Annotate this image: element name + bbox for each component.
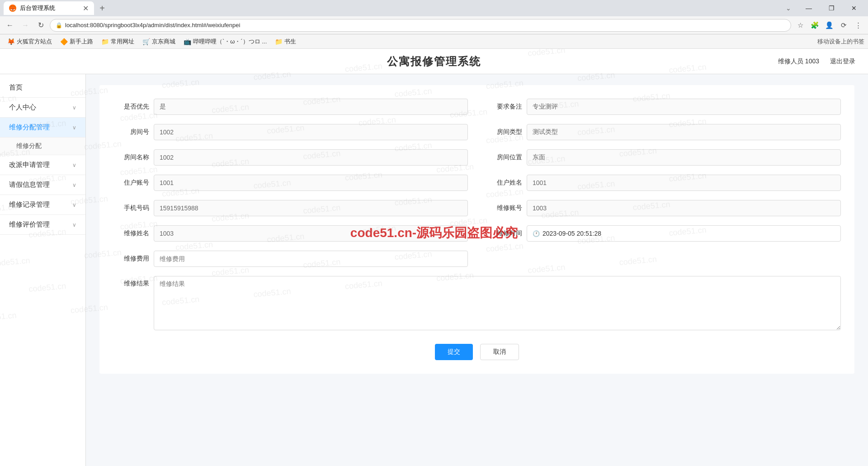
bookmark-common[interactable]: 📁 常用网址 bbox=[98, 37, 138, 47]
sidebar-repair-mgmt-label: 维修分配管理 bbox=[9, 123, 50, 132]
phone-input[interactable] bbox=[154, 200, 468, 216]
bookmark-shu[interactable]: 📁 书生 bbox=[271, 37, 300, 47]
sidebar-sub-item-repair-assign[interactable]: 维修分配 bbox=[0, 138, 85, 155]
form-group-phone: 手机号码 bbox=[113, 200, 468, 216]
sidebar-item-leave[interactable]: 请假信息管理 ∨ bbox=[0, 175, 85, 195]
lock-icon: 🔒 bbox=[56, 22, 62, 29]
form-container: 是否优先 要求备注 房间号 房间类型 bbox=[99, 85, 854, 374]
repair-result-textarea[interactable] bbox=[154, 276, 841, 330]
bookmark-label: 京东商城 bbox=[152, 38, 175, 46]
sidebar-item-repair-record[interactable]: 维修记录管理 ∨ bbox=[0, 195, 85, 215]
form-row-3: 房间名称 房间位置 bbox=[113, 149, 841, 166]
logout-button[interactable]: 退出登录 bbox=[826, 56, 859, 67]
user-label: 维修人员 1003 bbox=[778, 57, 819, 66]
resident-name-input[interactable] bbox=[527, 175, 841, 191]
tab-favicon: 🦊 bbox=[9, 5, 16, 12]
url-text: localhost:8080/springboot3lx4p/admin/dis… bbox=[65, 22, 240, 29]
extensions-button[interactable]: 🧩 bbox=[808, 19, 821, 32]
sidebar-repair-eval-label: 维修评价管理 bbox=[9, 220, 50, 229]
form-group-priority: 是否优先 bbox=[113, 99, 468, 115]
repair-cost-input[interactable] bbox=[154, 251, 468, 267]
repair-result-label: 维修结果 bbox=[113, 280, 149, 288]
room-type-input[interactable] bbox=[527, 124, 841, 140]
back-button[interactable]: ← bbox=[4, 19, 16, 32]
repair-cost-label: 维修费用 bbox=[113, 255, 149, 263]
room-location-input[interactable] bbox=[527, 149, 841, 166]
jd-icon: 🛒 bbox=[142, 38, 150, 45]
sidebar-item-repair-mgmt[interactable]: 维修分配管理 ∨ bbox=[0, 118, 85, 138]
repair-time-value: 2023-09-05 20:51:28 bbox=[542, 230, 601, 237]
app-main: 首页 个人中心 ∨ 维修分配管理 ∨ 维修分配 改派申请管理 ∨ 请假信息管理 … bbox=[0, 74, 868, 466]
bookmark-firefox[interactable]: 🦊 火狐官方站点 bbox=[4, 37, 56, 47]
bookmark-label: 书生 bbox=[284, 38, 296, 46]
bookmark-star-button[interactable]: ☆ bbox=[794, 19, 807, 32]
form-group-repair-name: 维修姓名 bbox=[113, 225, 468, 242]
folder-icon: 📁 bbox=[101, 38, 109, 45]
bookmark-jd[interactable]: 🛒 京东商城 bbox=[139, 37, 179, 47]
tab-title: 后台管理系统 bbox=[20, 4, 55, 12]
close-button[interactable]: ✕ bbox=[844, 1, 864, 15]
form-row-7: 维修费用 bbox=[113, 251, 841, 267]
maximize-button[interactable]: ❐ bbox=[821, 1, 842, 15]
form-row-4: 住户账号 住户姓名 bbox=[113, 175, 841, 191]
repair-name-label: 维修姓名 bbox=[113, 229, 149, 238]
bookmark-bilibili[interactable]: 📺 哔哩哔哩（`・ω・´）つロ ... bbox=[180, 37, 270, 47]
sidebar-personal-label: 个人中心 bbox=[9, 103, 36, 112]
form-group-remarks: 要求备注 bbox=[486, 99, 841, 115]
form-group-repair-result: 维修结果 bbox=[113, 276, 841, 330]
reload-button[interactable]: ↻ bbox=[34, 19, 47, 32]
form-row-5: 手机号码 维修账号 bbox=[113, 200, 841, 216]
app-container: 公寓报修管理系统 维修人员 1003 退出登录 首页 个人中心 ∨ 维修分配管理… bbox=[0, 49, 868, 466]
bookmark-newuser[interactable]: 🔶 新手上路 bbox=[57, 37, 97, 47]
room-number-input[interactable] bbox=[154, 124, 468, 140]
room-location-label: 房间位置 bbox=[486, 153, 522, 162]
menu-button[interactable]: ⋮ bbox=[852, 19, 864, 32]
chevron-down-icon: ∨ bbox=[72, 105, 76, 111]
bookmarks-bar: 🦊 火狐官方站点 🔶 新手上路 📁 常用网址 🛒 京东商城 📺 哔哩哔哩（`・ω… bbox=[0, 34, 868, 49]
sidebar-item-personal[interactable]: 个人中心 ∨ bbox=[0, 98, 85, 118]
bookmark-label: 常用网址 bbox=[111, 38, 134, 46]
form-row-6: 维修姓名 维修时间 🕐 2023-09-05 20:51:28 bbox=[113, 225, 841, 242]
remarks-label: 要求备注 bbox=[486, 103, 522, 111]
room-name-label: 房间名称 bbox=[113, 153, 149, 162]
resident-account-input[interactable] bbox=[154, 175, 468, 191]
minimize-button[interactable]: — bbox=[798, 1, 819, 15]
cancel-button[interactable]: 取消 bbox=[480, 344, 519, 360]
form-row-8: 维修结果 bbox=[113, 276, 841, 330]
sidebar-repair-assign-label: 维修分配 bbox=[16, 142, 42, 149]
sidebar-reassign-label: 改派申请管理 bbox=[9, 161, 50, 169]
sidebar-item-repair-eval[interactable]: 维修评价管理 ∨ bbox=[0, 215, 85, 235]
header-user-info: 维修人员 1003 退出登录 bbox=[778, 56, 859, 67]
repair-number-label: 维修账号 bbox=[486, 204, 522, 212]
repair-number-input[interactable] bbox=[527, 200, 841, 216]
form-group-repair-time: 维修时间 🕐 2023-09-05 20:51:28 bbox=[486, 225, 841, 242]
sidebar-item-reassign[interactable]: 改派申请管理 ∨ bbox=[0, 155, 85, 175]
room-number-label: 房间号 bbox=[113, 128, 149, 136]
bookmark-label: 哔哩哔哩（`・ω・´）つロ ... bbox=[193, 38, 267, 46]
tab-close-button[interactable]: ✕ bbox=[83, 4, 89, 13]
forward-button[interactable]: → bbox=[19, 19, 32, 32]
chevron-down-icon: ∨ bbox=[72, 162, 76, 168]
chevron-down-icon: ∨ bbox=[72, 222, 76, 228]
submit-button[interactable]: 提交 bbox=[435, 344, 473, 360]
browser-navbar: ← → ↻ 🔒 localhost:8080/springboot3lx4p/a… bbox=[0, 16, 868, 34]
browser-titlebar: 🦊 后台管理系统 ✕ + ⌄ — ❐ ✕ bbox=[0, 0, 868, 16]
room-name-input[interactable] bbox=[154, 149, 468, 166]
remarks-input[interactable] bbox=[527, 99, 841, 115]
dropdown-button[interactable]: ⌄ bbox=[782, 2, 795, 14]
address-bar[interactable]: 🔒 localhost:8080/springboot3lx4p/admin/d… bbox=[50, 19, 791, 32]
sidebar-item-home[interactable]: 首页 bbox=[0, 78, 85, 98]
profile-button[interactable]: 👤 bbox=[823, 19, 835, 32]
new-tab-button[interactable]: + bbox=[96, 2, 108, 14]
repair-name-input[interactable] bbox=[154, 225, 468, 242]
form-group-resident-name: 住户姓名 bbox=[486, 175, 841, 191]
priority-label: 是否优先 bbox=[113, 103, 149, 111]
priority-input[interactable] bbox=[154, 99, 468, 115]
phone-label: 手机号码 bbox=[113, 204, 149, 212]
resident-account-label: 住户账号 bbox=[113, 179, 149, 187]
sync-button[interactable]: ⟳ bbox=[837, 19, 850, 32]
sidebar-leave-label: 请假信息管理 bbox=[9, 181, 50, 189]
browser-tab[interactable]: 🦊 后台管理系统 ✕ bbox=[4, 1, 94, 15]
chevron-down-icon: ∨ bbox=[72, 202, 76, 208]
form-row-1: 是否优先 要求备注 bbox=[113, 99, 841, 115]
